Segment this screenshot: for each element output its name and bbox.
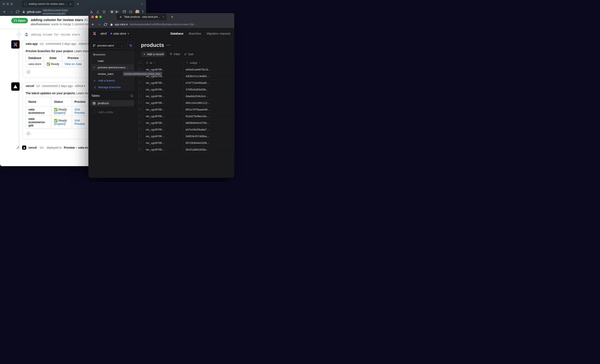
sort-button[interactable]: Sort [184,53,194,56]
td-preview[interactable]: Visit Preview [72,116,89,129]
cell-check[interactable] [136,120,144,126]
cell-uniqid[interactable]: 379f542d83d30b… [183,86,234,93]
commit-msg[interactable]: adding column for review stars [31,33,80,36]
back-icon[interactable] [91,23,95,26]
cell-uniqid[interactable]: 8f01e7976aae046… [183,106,234,113]
checkbox[interactable] [138,88,141,91]
traffic-lights[interactable] [2,3,13,5]
sidebar-table[interactable]: products [91,100,134,107]
inspect-link[interactable]: Inspect [55,111,65,114]
cell-check[interactable] [136,126,144,133]
traffic-lights[interactable] [91,16,102,18]
grid-row[interactable]: rec_cgv9l7tf8… bd7e24b43ba8a7… [136,126,234,133]
cell-uniqid[interactable]: 5d953e357d08ba… [183,133,234,140]
close-dot[interactable] [91,16,94,18]
workspace-name[interactable]: alexf [101,32,107,35]
cell-id[interactable]: rec_cgv9l7tf8… [144,100,183,106]
cell-uniqid[interactable]: 6da4bb2fc8c0c4… [183,93,234,100]
cell-uniqid[interactable]: 4305b7e113e663… [183,73,234,80]
grid-row[interactable]: rec_cgv9l7tf8… d808b9e0e1079d… [136,120,234,126]
checkbox[interactable] [138,108,141,111]
grid-row[interactable]: rec_cgv9l7tf8… e7d7723e490ad5… [136,80,234,86]
db-chip[interactable]: xata-store ▾ [111,32,129,35]
grid-row[interactable]: rec_cgv9l7tf8… 8f01e7976aae046… [136,106,234,113]
grid-row[interactable]: rec_cgv9l7tf8… 5d953e357d08ba… [136,133,234,140]
cell-check[interactable] [136,86,144,93]
reload-icon[interactable] [16,10,19,14]
cell-id[interactable]: rec_cgv9l7tf8… [144,126,183,133]
cell-check[interactable] [136,93,144,100]
address-bar[interactable]: github.com/alexfrancoeur/xata-ecommerce/… [22,9,87,15]
checkbox[interactable] [138,141,141,144]
react-button[interactable] [26,131,31,136]
cell-id[interactable]: rec_cgv9l7tf8… [144,140,183,146]
cell-check[interactable] [136,113,144,120]
cell-uniqid[interactable]: 0b201a6fd1628a… [183,146,234,153]
branch-item[interactable]: preview-alexfrancoeur… [91,64,134,71]
cell-id[interactable]: rec_cgv9l7tf8… [144,113,183,120]
branch-button[interactable]: preview-alexf ⌄ [91,42,125,49]
checkbox[interactable] [138,81,141,84]
commit-avatar[interactable] [24,32,28,37]
cell-uniqid[interactable]: bd7e24b43ba8a7… [183,126,234,133]
nav-branches[interactable]: Branches [189,32,201,35]
cell-uniqid[interactable]: e7d7723e490ad5… [183,80,234,86]
grid-row[interactable]: rec_cgv9l7tf8… 82ad27bd8ecc6a… [136,113,234,120]
xata-avatar[interactable] [11,40,19,49]
filter-button[interactable]: Filter [169,53,180,56]
max-dot[interactable] [10,3,13,5]
cell-uniqid[interactable]: eb0e81a4e679c19… [183,66,234,73]
tab-close-icon[interactable]: × [163,15,164,18]
deploy-author[interactable]: vercel [28,146,37,149]
cell-check[interactable] [136,133,144,140]
add-branch[interactable]: Add a branch [91,77,134,84]
inspect-link[interactable]: Inspect [55,122,65,125]
grid-row[interactable]: rec_cgv9l7tf8… 0b201a6fd1628a… [136,146,234,153]
deploy-avatar[interactable] [22,146,26,150]
browser-tab[interactable]: Table products · xata-store:pre… × [117,14,167,20]
search-icon[interactable] [130,94,133,97]
max-dot[interactable] [99,16,102,18]
cell-id[interactable]: rec_cgv9l7tf8… [144,86,183,93]
tab-close-icon[interactable]: × [70,2,72,6]
new-tab-icon[interactable]: + [77,2,79,6]
cell-id[interactable]: rec_cgv9l7tf8… [144,146,183,153]
cell-id[interactable]: rec_cgv9l7tf8… [144,80,183,86]
checkbox[interactable] [138,61,141,64]
react-button[interactable] [26,69,31,75]
new-tab-icon[interactable]: + [171,15,173,19]
nav-migrations[interactable]: Migration requests [206,32,231,35]
cell-uniqid[interactable]: d808b9e0e1079d… [183,120,234,126]
grid-row[interactable]: rec_cgv9l7tf8… 379f542d83d30b… [136,86,234,93]
cell-uniqid[interactable]: 82ad27bd8ecc6a… [183,113,234,120]
th-check[interactable] [136,60,144,66]
cell-uniqid[interactable]: d92c10e1df81122… [183,100,234,106]
grid-row[interactable]: rec_cgv9l7tf8… d92c10e1df81122… [136,100,234,106]
checkbox[interactable] [138,68,141,71]
address-bar[interactable]: app.xata.io/workspaces/alexf-sdh6hv/dbs/… [110,23,231,26]
pr-author[interactable]: alexfrancoeur [31,22,50,26]
nav-database[interactable]: Database [170,32,183,35]
checkbox[interactable] [138,114,141,117]
cell-id[interactable]: rec_cgv9l7tf8… [144,120,183,126]
cell-id[interactable]: rec_cgv9l7tf8… [144,106,183,113]
min-dot[interactable] [7,3,9,5]
add-record-button[interactable]: Add a record [141,51,166,57]
cell-check[interactable] [136,140,144,146]
reload-icon[interactable] [104,23,107,26]
cell-check[interactable] [136,80,144,86]
td-preview[interactable]: Visit Preview [72,107,89,116]
compare-button[interactable] [127,42,134,49]
grid-row[interactable]: rec_cgv9l7tf8… 657263b44d1638… [136,140,234,146]
branch-item[interactable]: main [91,58,134,64]
checkbox[interactable] [138,128,141,131]
checkbox[interactable] [138,101,141,104]
cell-id[interactable]: rec_cgv9l7tf8… [144,93,183,100]
grid-row[interactable]: rec_cgv9l7tf8… 6da4bb2fc8c0c4… [136,93,234,100]
more-icon[interactable]: ••• [166,43,171,47]
xata-logo-icon[interactable] [92,31,97,36]
comment-author[interactable]: xata-app [26,42,38,46]
vercel-avatar[interactable] [11,82,19,91]
cell-uniqid[interactable]: 657263b44d1638… [183,140,234,146]
td-preview[interactable]: View on Xata [62,61,84,67]
